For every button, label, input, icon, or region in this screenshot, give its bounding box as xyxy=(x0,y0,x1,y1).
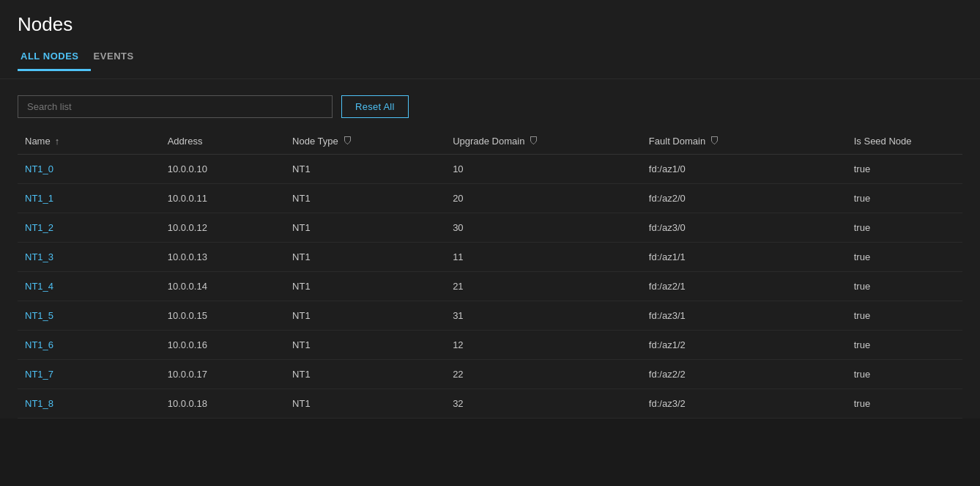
cell-address: 10.0.0.17 xyxy=(160,360,285,389)
cell-faultdomain: fd:/az2/0 xyxy=(642,184,847,213)
table-row: NT1_810.0.0.18NT132fd:/az3/2true xyxy=(18,389,962,419)
table-row: NT1_610.0.0.16NT112fd:/az1/2true xyxy=(18,331,962,360)
cell-upgradedomain: 20 xyxy=(445,184,642,213)
table-header-row: Name ↑ Address Node Type ⛉ Upgrade Domai… xyxy=(18,127,962,155)
cell-nodetype: NT1 xyxy=(285,272,445,301)
upgradedomain-filter-icon[interactable]: ⛉ xyxy=(529,136,538,147)
cell-faultdomain: fd:/az3/0 xyxy=(642,213,847,243)
faultdomain-filter-icon[interactable]: ⛉ xyxy=(710,136,719,147)
col-upgradedomain-label: Upgrade Domain xyxy=(453,136,524,147)
tabs: ALL NODES EVENTS xyxy=(18,46,962,71)
cell-name[interactable]: NT1_2 xyxy=(18,213,160,243)
col-header-faultdomain: Fault Domain ⛉ xyxy=(642,127,847,155)
cell-address: 10.0.0.18 xyxy=(160,389,285,419)
cell-upgradedomain: 10 xyxy=(445,155,642,184)
nodes-table: Name ↑ Address Node Type ⛉ Upgrade Domai… xyxy=(18,127,962,419)
cell-upgradedomain: 22 xyxy=(445,360,642,389)
cell-isseednode: true xyxy=(847,272,962,301)
cell-address: 10.0.0.16 xyxy=(160,331,285,360)
cell-nodetype: NT1 xyxy=(285,213,445,243)
col-header-address: Address xyxy=(160,127,285,155)
cell-isseednode: true xyxy=(847,243,962,272)
cell-nodetype: NT1 xyxy=(285,389,445,419)
cell-faultdomain: fd:/az1/1 xyxy=(642,243,847,272)
table-row: NT1_510.0.0.15NT131fd:/az3/1true xyxy=(18,301,962,331)
tab-all-nodes[interactable]: ALL NODES xyxy=(18,46,91,71)
tab-events[interactable]: EVENTS xyxy=(91,46,146,71)
table-row: NT1_110.0.0.11NT120fd:/az2/0true xyxy=(18,184,962,213)
cell-nodetype: NT1 xyxy=(285,331,445,360)
col-header-nodetype: Node Type ⛉ xyxy=(285,127,445,155)
cell-isseednode: true xyxy=(847,155,962,184)
sort-asc-icon[interactable]: ↑ xyxy=(55,136,60,147)
reset-all-button[interactable]: Reset All xyxy=(341,95,409,118)
col-header-name: Name ↑ xyxy=(18,127,160,155)
nodetype-filter-icon[interactable]: ⛉ xyxy=(343,136,352,147)
cell-name[interactable]: NT1_8 xyxy=(18,389,160,419)
col-header-upgradedomain: Upgrade Domain ⛉ xyxy=(445,127,642,155)
cell-upgradedomain: 11 xyxy=(445,243,642,272)
cell-name[interactable]: NT1_5 xyxy=(18,301,160,331)
cell-isseednode: true xyxy=(847,389,962,419)
col-header-isseednode: Is Seed Node xyxy=(847,127,962,155)
search-input[interactable] xyxy=(18,95,333,118)
cell-name[interactable]: NT1_1 xyxy=(18,184,160,213)
cell-address: 10.0.0.10 xyxy=(160,155,285,184)
cell-nodetype: NT1 xyxy=(285,360,445,389)
cell-faultdomain: fd:/az3/2 xyxy=(642,389,847,419)
cell-address: 10.0.0.13 xyxy=(160,243,285,272)
cell-name[interactable]: NT1_0 xyxy=(18,155,160,184)
cell-name[interactable]: NT1_7 xyxy=(18,360,160,389)
cell-nodetype: NT1 xyxy=(285,155,445,184)
cell-isseednode: true xyxy=(847,213,962,243)
cell-name[interactable]: NT1_3 xyxy=(18,243,160,272)
col-name-label: Name xyxy=(25,136,51,147)
table-row: NT1_210.0.0.12NT130fd:/az3/0true xyxy=(18,213,962,243)
cell-faultdomain: fd:/az2/2 xyxy=(642,360,847,389)
cell-isseednode: true xyxy=(847,331,962,360)
cell-name[interactable]: NT1_4 xyxy=(18,272,160,301)
cell-name[interactable]: NT1_6 xyxy=(18,331,160,360)
cell-upgradedomain: 30 xyxy=(445,213,642,243)
col-faultdomain-label: Fault Domain xyxy=(649,136,705,147)
cell-upgradedomain: 21 xyxy=(445,272,642,301)
col-isseednode-label: Is Seed Node xyxy=(854,136,912,147)
cell-nodetype: NT1 xyxy=(285,184,445,213)
cell-isseednode: true xyxy=(847,360,962,389)
cell-upgradedomain: 31 xyxy=(445,301,642,331)
table-wrap: Name ↑ Address Node Type ⛉ Upgrade Domai… xyxy=(0,127,980,419)
col-nodetype-label: Node Type xyxy=(292,136,338,147)
table-row: NT1_410.0.0.14NT121fd:/az2/1true xyxy=(18,272,962,301)
cell-isseednode: true xyxy=(847,184,962,213)
page-header: Nodes ALL NODES EVENTS xyxy=(0,0,980,79)
cell-address: 10.0.0.14 xyxy=(160,272,285,301)
col-address-label: Address xyxy=(168,136,203,147)
table-row: NT1_710.0.0.17NT122fd:/az2/2true xyxy=(18,360,962,389)
cell-faultdomain: fd:/az2/1 xyxy=(642,272,847,301)
page-title: Nodes xyxy=(18,13,962,36)
cell-nodetype: NT1 xyxy=(285,243,445,272)
toolbar: Reset All xyxy=(0,79,980,127)
table-row: NT1_010.0.0.10NT110fd:/az1/0true xyxy=(18,155,962,184)
cell-address: 10.0.0.11 xyxy=(160,184,285,213)
cell-upgradedomain: 12 xyxy=(445,331,642,360)
table-row: NT1_310.0.0.13NT111fd:/az1/1true xyxy=(18,243,962,272)
cell-isseednode: true xyxy=(847,301,962,331)
cell-address: 10.0.0.15 xyxy=(160,301,285,331)
cell-faultdomain: fd:/az1/0 xyxy=(642,155,847,184)
cell-address: 10.0.0.12 xyxy=(160,213,285,243)
cell-nodetype: NT1 xyxy=(285,301,445,331)
cell-faultdomain: fd:/az3/1 xyxy=(642,301,847,331)
cell-upgradedomain: 32 xyxy=(445,389,642,419)
cell-faultdomain: fd:/az1/2 xyxy=(642,331,847,360)
